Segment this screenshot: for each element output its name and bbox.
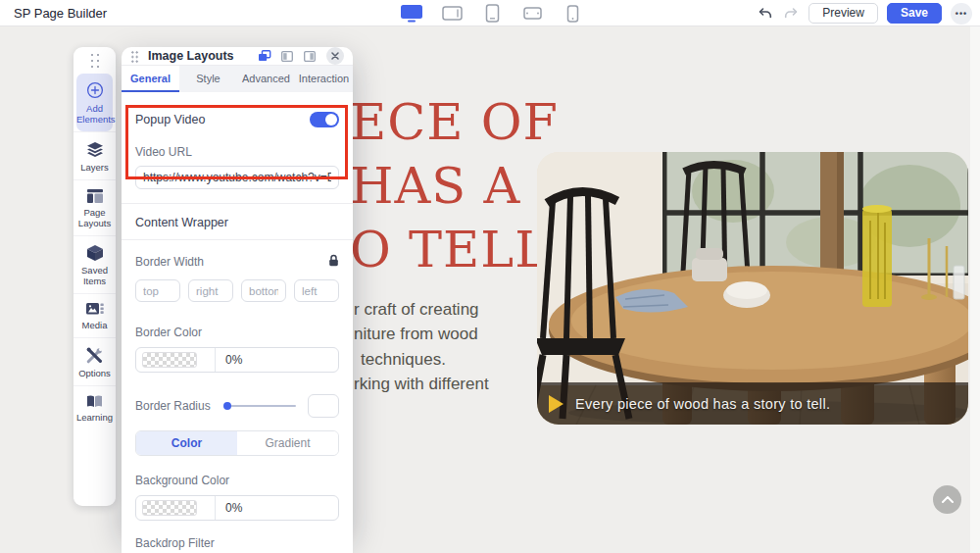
sidebar-item-saved-items[interactable]: Saved Items [74, 235, 116, 293]
border-radius-slider[interactable] [224, 405, 296, 407]
hero-heading-line: HAS A [350, 154, 565, 218]
border-width-inputs [135, 279, 339, 302]
layers-icon [86, 141, 104, 158]
section-divider [122, 239, 353, 240]
background-color-label: Background Color [135, 474, 339, 487]
tab-interaction[interactable]: Interaction [295, 66, 353, 92]
image-layouts-panel: Image Layouts [122, 47, 353, 534]
panel-drag-handle-icon[interactable] [130, 50, 139, 63]
phone-landscape-icon [523, 7, 542, 20]
float-window-icon [258, 50, 271, 62]
background-color-swatch[interactable] [136, 496, 216, 520]
border-radius-label: Border Radius [135, 399, 211, 413]
sidebar-item-media[interactable]: Media [74, 293, 116, 337]
device-tablet-landscape-icon[interactable] [440, 3, 464, 25]
options-tools-icon [86, 347, 103, 364]
sidebar-item-add-elements[interactable]: Add Elements [76, 74, 113, 131]
background-mode-color[interactable]: Color [136, 431, 237, 455]
background-color-picker[interactable]: 0% [135, 495, 339, 521]
border-width-left-input[interactable] [294, 279, 339, 302]
panel-dock-right-button[interactable] [302, 48, 318, 64]
canvas-right-edge [970, 26, 980, 553]
chevron-up-icon [942, 496, 954, 503]
panel-dock-left-button[interactable] [279, 48, 295, 64]
dock-left-icon [281, 51, 293, 62]
tablet-landscape-icon [442, 6, 463, 21]
device-desktop-icon[interactable] [400, 3, 423, 25]
sidebar-item-options[interactable]: Options [74, 337, 116, 385]
section-divider [122, 203, 353, 204]
tab-general[interactable]: General [122, 66, 179, 92]
slider-thumb[interactable] [223, 402, 231, 410]
hero-heading-line: O TELL. [350, 218, 565, 281]
preview-button[interactable]: Preview [808, 3, 878, 24]
save-button[interactable]: Save [887, 3, 942, 24]
popup-video-label: Popup Video [135, 113, 205, 126]
video-url-input[interactable] [135, 166, 339, 189]
scroll-to-top-button[interactable] [933, 485, 961, 514]
content-wrapper-label: Content Wrapper [135, 216, 339, 229]
transparency-checker-swatch [142, 500, 197, 516]
transparency-checker-swatch [142, 352, 197, 368]
hero-heading-line: ECE OF [350, 90, 565, 154]
device-tablet-portrait-icon[interactable] [480, 3, 504, 25]
undo-icon [758, 7, 772, 20]
tablet-portrait-icon [485, 4, 500, 23]
sidebar-item-layers[interactable]: Layers [74, 131, 116, 179]
background-color-opacity-value[interactable]: 0% [216, 501, 242, 515]
background-mode-gradient[interactable]: Gradient [237, 431, 338, 455]
tab-style[interactable]: Style [179, 66, 237, 92]
device-phone-portrait-icon[interactable] [561, 3, 584, 25]
app-title: SP Page Builder [14, 0, 107, 26]
sidebar-item-page-layouts[interactable]: Page Layouts [74, 179, 116, 235]
sidebar-item-label: Page Layouts [74, 207, 115, 228]
sidebar-item-label: Options [74, 368, 115, 378]
border-width-right-input[interactable] [188, 279, 233, 302]
sidebar-item-label: Media [74, 320, 115, 330]
more-options-button[interactable]: ••• [951, 3, 972, 25]
border-width-label: Border Width [135, 255, 204, 269]
panel-body: Popup Video Video URL Content Wrapper Bo… [122, 92, 353, 553]
hero-paragraph-line: r craft of creating [354, 297, 489, 322]
panel-float-mode-button[interactable] [257, 48, 272, 64]
builder-sidebar: Add Elements Layers Page Layouts [74, 47, 116, 506]
plus-circle-icon [86, 81, 104, 99]
hero-paragraph-line: rking with different [354, 372, 489, 396]
dock-right-icon [304, 51, 316, 62]
topbar-actions: Preview Save ••• [756, 0, 972, 26]
border-color-swatch[interactable] [136, 348, 216, 372]
saved-items-cube-icon [87, 245, 103, 261]
undo-button[interactable] [756, 5, 773, 23]
hero-paragraph[interactable]: r craft of creating niture from wood tec… [354, 297, 489, 396]
hero-video-image[interactable]: Every piece of wood has a story to tell. [537, 152, 968, 425]
redo-icon [784, 7, 799, 20]
redo-button[interactable] [782, 5, 800, 23]
hero-paragraph-line: techniques. [361, 347, 489, 372]
border-width-top-input[interactable] [135, 279, 180, 302]
backdrop-filter-label: Backdrop Filter [135, 536, 339, 550]
hero-heading[interactable]: ECE OF HAS A O TELL. [350, 90, 565, 281]
popup-video-toggle[interactable] [310, 112, 339, 127]
sidebar-item-label: Saved Items [74, 265, 115, 286]
border-color-label: Border Color [135, 326, 339, 339]
monitor-icon [400, 4, 423, 23]
sp-page-builder-app: ECE OF HAS A O TELL. r craft of creating… [0, 0, 980, 553]
border-radius-input[interactable] [308, 394, 339, 418]
sidebar-drag-handle-icon[interactable] [89, 52, 101, 72]
phone-portrait-icon [566, 5, 579, 23]
popup-video-row: Popup Video [135, 112, 339, 127]
border-width-bottom-input[interactable] [241, 279, 286, 302]
close-icon [331, 52, 339, 60]
device-phone-landscape-icon[interactable] [520, 3, 544, 25]
sidebar-item-learning[interactable]: Learning [74, 385, 116, 429]
panel-close-button[interactable] [326, 47, 344, 65]
border-width-row: Border Width [135, 253, 339, 271]
sidebar-item-label: Add Elements [76, 103, 113, 125]
border-color-opacity-value[interactable]: 0% [216, 353, 242, 367]
border-color-picker[interactable]: 0% [135, 347, 339, 373]
video-url-label: Video URL [135, 145, 339, 159]
video-caption-bar: Every piece of wood has a story to tell. [537, 382, 968, 425]
link-values-lock-icon[interactable] [328, 253, 339, 271]
tab-advanced[interactable]: Advanced [237, 66, 295, 92]
play-icon[interactable] [549, 395, 564, 413]
